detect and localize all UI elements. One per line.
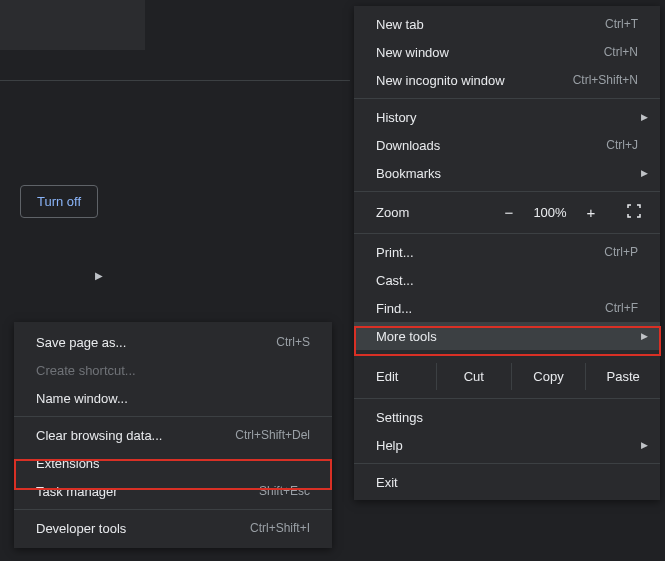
menu-create-shortcut: Create shortcut... (14, 356, 332, 384)
menu-settings[interactable]: Settings (354, 403, 660, 431)
menu-shortcut: Ctrl+F (605, 301, 638, 315)
separator (354, 354, 660, 355)
menu-exit[interactable]: Exit (354, 468, 660, 496)
menu-label: Cast... (376, 273, 414, 288)
menu-shortcut: Ctrl+Shift+I (250, 521, 310, 535)
menu-label: Print... (376, 245, 414, 260)
more-tools-submenu: Save page as... Ctrl+S Create shortcut..… (14, 322, 332, 548)
zoom-out-button[interactable]: − (492, 200, 526, 225)
zoom-label: Zoom (376, 205, 434, 220)
menu-clear-browsing-data[interactable]: Clear browsing data... Ctrl+Shift+Del (14, 421, 332, 449)
menu-shortcut: Ctrl+J (606, 138, 638, 152)
menu-developer-tools[interactable]: Developer tools Ctrl+Shift+I (14, 514, 332, 542)
menu-label: More tools (376, 329, 437, 344)
menu-more-tools[interactable]: More tools ▶ (354, 322, 660, 350)
menu-label: Name window... (36, 391, 128, 406)
menu-label: New tab (376, 17, 424, 32)
cut-button[interactable]: Cut (436, 363, 511, 390)
menu-print[interactable]: Print... Ctrl+P (354, 238, 660, 266)
menu-extensions[interactable]: Extensions (14, 449, 332, 477)
menu-label: Find... (376, 301, 412, 316)
menu-new-tab[interactable]: New tab Ctrl+T (354, 10, 660, 38)
menu-shortcut: Ctrl+Shift+N (573, 73, 638, 87)
turn-off-button[interactable]: Turn off (20, 185, 98, 218)
paste-button[interactable]: Paste (585, 363, 660, 390)
chevron-right-icon: ▶ (95, 270, 103, 281)
menu-shortcut: Ctrl+T (605, 17, 638, 31)
menu-label: Clear browsing data... (36, 428, 162, 443)
menu-new-window[interactable]: New window Ctrl+N (354, 38, 660, 66)
menu-find[interactable]: Find... Ctrl+F (354, 294, 660, 322)
menu-shortcut: Ctrl+S (276, 335, 310, 349)
menu-label: New incognito window (376, 73, 505, 88)
chevron-right-icon: ▶ (641, 440, 648, 450)
menu-shortcut: Ctrl+N (604, 45, 638, 59)
menu-bookmarks[interactable]: Bookmarks ▶ (354, 159, 660, 187)
menu-edit: Edit Cut Copy Paste (354, 359, 660, 394)
menu-label: Downloads (376, 138, 440, 153)
menu-label: Exit (376, 475, 398, 490)
zoom-value: 100% (526, 205, 574, 220)
menu-task-manager[interactable]: Task manager Shift+Esc (14, 477, 332, 505)
chevron-right-icon: ▶ (641, 168, 648, 178)
menu-new-incognito[interactable]: New incognito window Ctrl+Shift+N (354, 66, 660, 94)
separator (354, 98, 660, 99)
menu-label: Save page as... (36, 335, 126, 350)
separator (354, 398, 660, 399)
menu-shortcut: Ctrl+Shift+Del (235, 428, 310, 442)
main-menu: New tab Ctrl+T New window Ctrl+N New inc… (354, 6, 660, 500)
chevron-right-icon: ▶ (641, 112, 648, 122)
separator (354, 463, 660, 464)
menu-label: Bookmarks (376, 166, 441, 181)
zoom-in-button[interactable]: + (574, 200, 608, 225)
menu-zoom: Zoom − 100% + (354, 196, 660, 229)
menu-history[interactable]: History ▶ (354, 103, 660, 131)
menu-label: Settings (376, 410, 423, 425)
menu-downloads[interactable]: Downloads Ctrl+J (354, 131, 660, 159)
edit-label: Edit (376, 369, 436, 384)
menu-shortcut: Shift+Esc (259, 484, 310, 498)
menu-label: Task manager (36, 484, 118, 499)
menu-label: Developer tools (36, 521, 126, 536)
copy-button[interactable]: Copy (511, 363, 586, 390)
separator (354, 191, 660, 192)
menu-label: Extensions (36, 456, 100, 471)
menu-label: Help (376, 438, 403, 453)
menu-help[interactable]: Help ▶ (354, 431, 660, 459)
menu-label: History (376, 110, 416, 125)
separator (14, 509, 332, 510)
menu-name-window[interactable]: Name window... (14, 384, 332, 412)
menu-label: Create shortcut... (36, 363, 136, 378)
separator (354, 233, 660, 234)
menu-save-page-as[interactable]: Save page as... Ctrl+S (14, 328, 332, 356)
fullscreen-icon[interactable] (618, 204, 650, 221)
menu-shortcut: Ctrl+P (604, 245, 638, 259)
separator (14, 416, 332, 417)
chevron-right-icon: ▶ (641, 331, 648, 341)
menu-cast[interactable]: Cast... (354, 266, 660, 294)
menu-label: New window (376, 45, 449, 60)
